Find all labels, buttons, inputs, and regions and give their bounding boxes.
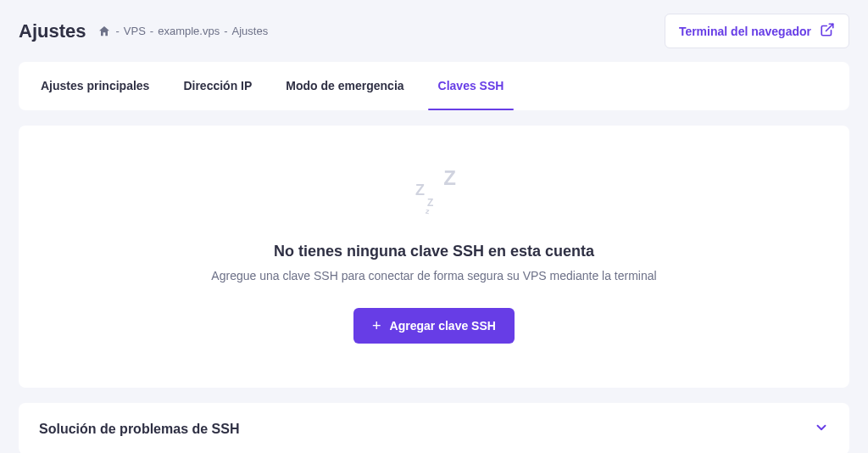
breadcrumb[interactable]: - VPS - example.vps - Ajustes xyxy=(97,25,268,38)
plus-icon: + xyxy=(372,318,381,333)
empty-state-title: No tienes ninguna clave SSH en esta cuen… xyxy=(274,243,594,260)
browser-terminal-label: Terminal del navegador xyxy=(679,25,811,38)
tab-main-settings[interactable]: Ajustes principales xyxy=(41,62,149,109)
tabs: Ajustes principales Dirección IP Modo de… xyxy=(19,62,849,110)
ssh-troubleshooting-accordion[interactable]: Solución de problemas de SSH xyxy=(19,403,849,453)
accordion-title: Solución de problemas de SSH xyxy=(39,422,240,437)
breadcrumb-vps[interactable]: VPS xyxy=(124,25,146,37)
breadcrumb-sep: - xyxy=(224,25,227,37)
home-icon[interactable] xyxy=(97,25,111,38)
add-ssh-key-button[interactable]: + Agregar clave SSH xyxy=(353,308,515,344)
ssh-keys-panel: ZZZz No tienes ninguna clave SSH en esta… xyxy=(19,126,849,388)
header-left: Ajustes - VPS - example.vps - Ajustes xyxy=(19,20,268,42)
tabs-card: Ajustes principales Dirección IP Modo de… xyxy=(19,62,849,110)
browser-terminal-button[interactable]: Terminal del navegador xyxy=(665,14,849,48)
svg-line-0 xyxy=(826,24,833,31)
empty-state-subtitle: Agregue una clave SSH para conectar de f… xyxy=(211,269,656,282)
breadcrumb-sep: - xyxy=(150,25,153,37)
external-link-icon xyxy=(820,22,835,40)
empty-state-icon: ZZZz xyxy=(409,166,459,217)
tab-ip-address[interactable]: Dirección IP xyxy=(183,62,252,109)
add-ssh-key-label: Agregar clave SSH xyxy=(390,319,496,333)
breadcrumb-host[interactable]: example.vps xyxy=(158,25,220,37)
tab-ssh-keys[interactable]: Claves SSH xyxy=(438,62,504,109)
tab-emergency-mode[interactable]: Modo de emergencia xyxy=(286,62,403,109)
breadcrumb-current: Ajustes xyxy=(232,25,269,37)
chevron-down-icon xyxy=(814,420,829,438)
breadcrumb-sep: - xyxy=(115,25,119,37)
page-title: Ajustes xyxy=(19,20,86,42)
page-header: Ajustes - VPS - example.vps - Ajustes Te… xyxy=(0,0,868,57)
